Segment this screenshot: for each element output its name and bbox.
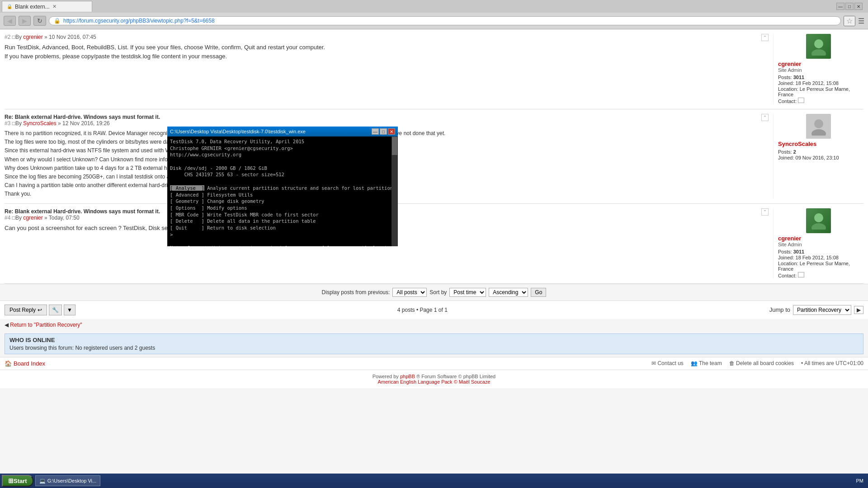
who-online-title: WHO IS ONLINE xyxy=(9,337,859,343)
return-link[interactable]: Return to "Partition Recovery" xyxy=(10,322,82,328)
terminal-body: TestDisk 7.0, Data Recovery Utility, Apr… xyxy=(167,136,398,246)
svg-point-1 xyxy=(811,49,826,56)
terminal-scroll-thumb[interactable] xyxy=(392,137,397,155)
minimize-btn[interactable]: — xyxy=(836,3,844,10)
footer-nav: 🏠 Board Index ✉ Contact us 👥 The team 🗑 … xyxy=(0,357,868,370)
house-icon: 🏠 xyxy=(5,360,12,367)
post-content-2: " #2 □By cgrenier » 10 Nov 2016, 07:45 R… xyxy=(5,34,769,104)
forum-software-text: ® Forum Software © phpBB Limited xyxy=(416,374,495,379)
joined-label-3: Joined: xyxy=(778,155,794,160)
back-button[interactable]: ◀ xyxy=(4,16,16,26)
contact-us-link[interactable]: ✉ Contact us xyxy=(651,360,684,366)
post-title-3: Re: Blank external Hard-drive. Windows s… xyxy=(5,114,160,120)
post-sidebar-2: cgrenier Site Admin Posts: 3011 Joined: … xyxy=(773,34,863,104)
forum-footer: Powered by phpBB ® Forum Software © phpB… xyxy=(0,370,868,388)
post-reply-label: Post Reply xyxy=(9,307,36,313)
taskbar-terminal-icon: 💻 xyxy=(39,478,46,484)
windows-icon: ⊞ xyxy=(8,477,14,484)
post-reply-button[interactable]: Post Reply ↩ xyxy=(5,305,47,315)
order-select[interactable]: Ascending xyxy=(489,288,528,297)
jump-to-select[interactable]: Partition Recovery xyxy=(793,305,851,315)
post-header-3: " Re: Blank external Hard-drive. Windows… xyxy=(5,114,769,127)
close-browser-btn[interactable]: ✕ xyxy=(854,3,863,10)
tab-close-btn[interactable]: ✕ xyxy=(52,4,57,9)
the-team-link[interactable]: 👥 The team xyxy=(691,360,722,366)
posts-filter-select[interactable]: All posts xyxy=(392,288,427,297)
post-sidebar-4: cgrenier Site Admin Posts: 3011 Joined: … xyxy=(773,208,863,279)
taskbar-item-terminal[interactable]: 💻 G:\Users\Desktop Vi... xyxy=(35,475,101,486)
maximize-btn[interactable]: □ xyxy=(845,3,854,10)
terminal-titlebar: C:\Users\Desktop Vista\Desktop\testdisk-… xyxy=(167,127,398,136)
forward-button[interactable]: ▶ xyxy=(19,16,31,26)
joined-label-2: Joined: xyxy=(778,80,794,86)
post-num-3: #3 xyxy=(5,120,10,127)
post-text-2: Run TestDisk, Advanced, Boot, RebuildBS,… xyxy=(5,43,769,61)
terminal-prompt: > xyxy=(170,232,173,237)
return-arrow: ◀ xyxy=(5,322,10,328)
start-button[interactable]: ⊞ Start xyxy=(2,475,33,487)
posts-area: " #2 □By cgrenier » 10 Nov 2016, 07:45 R… xyxy=(0,29,868,284)
pagination-controls: Display posts from previous: All posts S… xyxy=(0,284,868,301)
post-date-4: » Today, 07:50 xyxy=(44,215,80,221)
tools-button[interactable]: 🔧 xyxy=(49,305,62,315)
quote-btn-3[interactable]: " xyxy=(761,114,769,121)
user-name-link-2[interactable]: cgrenier xyxy=(778,61,801,67)
post-item-4: " Re: Blank external Hard-drive. Windows… xyxy=(5,204,863,284)
browser-tab[interactable]: 🔒 Blank extern... ✕ xyxy=(2,1,92,12)
joined-date-4: 18 Feb 2012, 15:08 xyxy=(796,255,839,260)
svg-point-0 xyxy=(814,39,823,48)
dropdown-btn[interactable]: ▼ xyxy=(64,305,75,315)
quote-btn-4[interactable]: " xyxy=(761,208,769,216)
forum-page: " #2 □By cgrenier » 10 Nov 2016, 07:45 R… xyxy=(0,29,868,474)
post-sidebar-3: SyncroScales Posts: 2 Joined: 09 Nov 201… xyxy=(773,114,863,199)
terminal-window[interactable]: C:\Users\Desktop Vista\Desktop\testdisk-… xyxy=(167,127,398,246)
address-bar[interactable]: 🔒 https://forum.cgsecurity.org/phpBB3/vi… xyxy=(49,16,841,25)
phpbb-link[interactable]: phpBB xyxy=(400,374,415,379)
terminal-close-btn[interactable]: ✕ xyxy=(388,128,395,135)
post-author-4[interactable]: cgrenier xyxy=(23,215,42,221)
user-role-4: Site Admin xyxy=(778,242,859,247)
user-meta-2: Posts: 3011 Joined: 18 Feb 2012, 15:08 L… xyxy=(778,75,859,104)
post-author-3[interactable]: SyncroScales xyxy=(23,120,56,127)
post-line-2-1: Run TestDisk, Advanced, Boot, RebuildBS,… xyxy=(5,43,769,52)
terminal-content: TestDisk 7.0, Data Recovery Utility, Apr… xyxy=(170,138,395,246)
jump-to-area: Jump to Partition Recovery ▶ xyxy=(769,305,863,315)
taskbar: ⊞ Start 💻 G:\Users\Desktop Vi... PM xyxy=(0,474,868,488)
terminal-minimize-btn[interactable]: — xyxy=(372,128,379,135)
tab-favicon: 🔒 xyxy=(7,4,12,9)
jump-go-icon[interactable]: ▶ xyxy=(854,306,863,314)
post-line-2-2: If you have problems, please copy/paste … xyxy=(5,52,769,61)
contact-label-2: Contact: xyxy=(778,99,797,104)
tab-bar: 🔒 Blank extern... ✕ — □ ✕ xyxy=(0,0,868,13)
menu-icon[interactable]: ☰ xyxy=(858,17,864,25)
language-pack-link[interactable]: American English Language Pack © Maël So… xyxy=(377,379,490,385)
board-index-link[interactable]: 🏠 Board Index xyxy=(5,360,45,367)
post-date-2: » 10 Nov 2016, 07:45 xyxy=(44,34,96,40)
delete-cookies-link[interactable]: 🗑 Delete all board cookies xyxy=(729,360,794,366)
user-name-link-3[interactable]: SyncroScales xyxy=(778,141,816,147)
location-label-4: Location: xyxy=(778,261,798,266)
quote-btn-2[interactable]: " xyxy=(761,34,769,41)
terminal-blank xyxy=(170,178,173,184)
user-name-link-4[interactable]: cgrenier xyxy=(778,235,801,242)
sort-by-select[interactable]: Post time xyxy=(449,288,486,297)
go-button[interactable]: Go xyxy=(531,288,546,297)
url-text: https://forum.cgsecurity.org/phpBB3/view… xyxy=(63,18,215,24)
refresh-button[interactable]: ↻ xyxy=(33,16,46,26)
contact-label-4: Contact: xyxy=(778,273,797,278)
post-by-label: □By xyxy=(12,34,24,40)
bookmark-button[interactable]: ☆ xyxy=(844,16,855,26)
avatar-icon-2 xyxy=(810,38,828,56)
terminal-scrollbar[interactable] xyxy=(392,136,398,246)
post-by-4: □By xyxy=(12,215,24,221)
who-online-text: Users browsing this forum: No registered… xyxy=(9,345,859,351)
post-title-4: Re: Blank external Hard-drive. Windows s… xyxy=(5,208,160,215)
terminal-restore-btn[interactable]: □ xyxy=(380,128,387,135)
svg-point-4 xyxy=(814,213,823,222)
contact-box-2 xyxy=(798,98,804,103)
display-label: Display posts from previous: xyxy=(322,289,390,296)
post-author-2[interactable]: cgrenier xyxy=(23,34,42,40)
tray-time: PM xyxy=(856,478,864,483)
avatar-4 xyxy=(806,208,831,233)
avatar-icon-4 xyxy=(810,211,828,230)
